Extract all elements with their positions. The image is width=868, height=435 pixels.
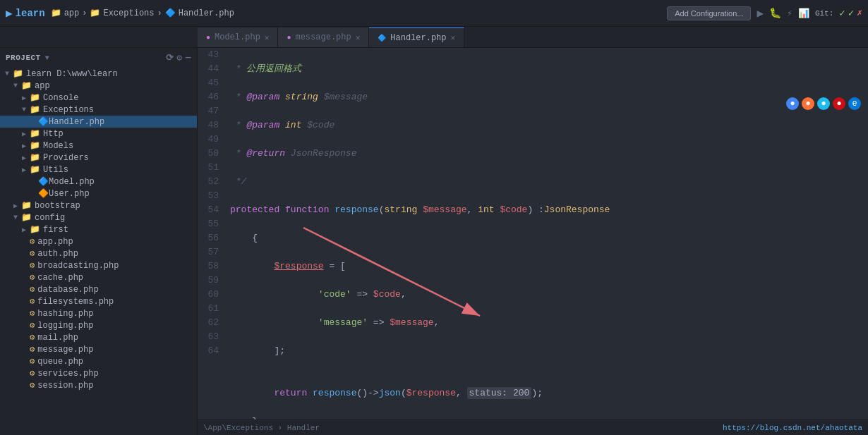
tree-item-models[interactable]: ▶ 📁 Models: [0, 140, 197, 152]
tree-item-bootstrap[interactable]: ▶ 📁 bootstrap: [0, 200, 197, 212]
file-icon-session: ⚙: [30, 380, 35, 391]
file-icon-queue: ⚙: [30, 356, 35, 367]
tree-item-http[interactable]: ▶ 📁 Http: [0, 128, 197, 140]
tab-icon-handler: 🔷: [378, 34, 386, 42]
tab-handler-php[interactable]: 🔷 Handler.php ✕: [369, 27, 464, 47]
folder-icon: 📁: [13, 68, 23, 79]
expand-arrow: ▼: [11, 82, 20, 90]
file-icon-broadcasting: ⚙: [30, 260, 35, 271]
tab-bar: ● Model.php ✕ ● message.php ✕ 🔷 Handler.…: [0, 27, 868, 48]
folder-icon: 📁: [30, 128, 40, 139]
tab-close-message[interactable]: ✕: [356, 33, 361, 42]
tab-close-handler[interactable]: ✕: [451, 33, 456, 42]
folder-icon: 📁: [30, 140, 40, 151]
tree-item-cache-php[interactable]: ⚙ cache.php: [0, 271, 197, 283]
tree-item-queue-php[interactable]: ⚙ queue.php: [0, 355, 197, 367]
code-editor[interactable]: ● ● ● ● e 43 44 45 46 47 48 49 50 51 52 …: [198, 48, 868, 435]
folder-icon: 📁: [30, 224, 40, 235]
folder-icon: 📁: [30, 92, 40, 103]
code-content[interactable]: * 公用返回格式 * @param string $message * @par…: [224, 48, 868, 435]
folder-icon: 📁: [30, 152, 40, 163]
expand-arrow: ▶: [20, 154, 28, 162]
add-configuration-button[interactable]: Add Configuration...: [667, 6, 751, 20]
file-icon-logging: ⚙: [30, 320, 35, 331]
expand-arrow: ▶: [20, 226, 28, 234]
toolbar-right: Add Configuration... ▶ 🐛 ⚡ 📊 Git: ✓ ✓ ✗: [667, 6, 862, 20]
tree-item-app-php[interactable]: ⚙ app.php: [0, 235, 197, 247]
git-check-icon2: ✓: [848, 7, 854, 19]
folder-icon: 📁: [30, 164, 40, 175]
browser-icons: ● ● ● ● e: [786, 97, 861, 110]
tree-item-broadcasting-php[interactable]: ⚙ broadcasting.php: [0, 259, 197, 271]
main-area: Project ▼ ⟳ ⚙ — ▼ 📁 learn D:\www\learn ▼…: [0, 48, 868, 435]
tree-item-app[interactable]: ▼ 📁 app: [0, 80, 197, 92]
toolbar-breadcrumb: 📁 app › 📁 Exceptions › 🔷 Handler.php: [51, 8, 234, 18]
sidebar-minimize-icon[interactable]: —: [186, 52, 191, 63]
tree-item-hashing-php[interactable]: ⚙ hashing.php: [0, 307, 197, 319]
file-icon-model: 🔷: [38, 176, 49, 187]
file-icon-services: ⚙: [30, 368, 35, 379]
file-icon-cache: ⚙: [30, 272, 35, 283]
tree-item-logging-php[interactable]: ⚙ logging.php: [0, 319, 197, 331]
blog-url: https://blog.csdn.net/ahaotata: [723, 424, 862, 432]
expand-arrow: ▶: [20, 130, 28, 138]
sidebar: Project ▼ ⟳ ⚙ — ▼ 📁 learn D:\www\learn ▼…: [0, 48, 198, 435]
git-check-icon: ✓: [839, 7, 845, 19]
editor-content: 43 44 45 46 47 48 49 50 51 52 53 54 55 5…: [198, 48, 868, 435]
file-icon-message: ⚙: [30, 344, 35, 355]
tree-item-first[interactable]: ▶ 📁 first: [0, 223, 197, 235]
tab-message-php[interactable]: ● message.php ✕: [278, 27, 369, 47]
expand-arrow: ▼: [11, 214, 20, 221]
sidebar-gear-icon[interactable]: ⚙: [176, 52, 182, 63]
expand-arrow: ▶: [11, 202, 20, 210]
tree-item-session-php[interactable]: ⚙ session.php: [0, 379, 197, 391]
tree-item-database-php[interactable]: ⚙ database.php: [0, 283, 197, 295]
edge-icon: e: [848, 97, 861, 110]
status-bar: \App\Exceptions › Handler https://blog.c…: [198, 419, 868, 435]
coverage-icon: ⚡: [787, 8, 792, 19]
tree-item-message-php[interactable]: ⚙ message.php: [0, 343, 197, 355]
tab-icon-model: ●: [206, 34, 210, 42]
file-icon-database: ⚙: [30, 284, 35, 295]
tree-item-providers[interactable]: ▶ 📁 Providers: [0, 152, 197, 164]
folder-icon: 📁: [30, 104, 40, 115]
profile-icon: 📊: [798, 8, 809, 19]
tree-item-console[interactable]: ▶ 📁 Console: [0, 92, 197, 104]
file-icon-handler: 🔷: [38, 116, 49, 127]
sidebar-sync-icon[interactable]: ⟳: [166, 52, 174, 63]
git-icons: ✓ ✓ ✗: [839, 7, 862, 19]
file-icon-app: ⚙: [30, 236, 35, 247]
tree-item-config[interactable]: ▼ 📁 config: [0, 212, 197, 223]
tree-item-auth-php[interactable]: ⚙ auth.php: [0, 247, 197, 259]
tab-icon-message: ●: [287, 34, 291, 42]
folder-icon: 📁: [21, 80, 32, 91]
tab-close-model[interactable]: ✕: [265, 33, 270, 42]
git-x-icon: ✗: [857, 7, 862, 19]
tree-item-filesystems-php[interactable]: ⚙ filesystems.php: [0, 295, 197, 307]
debug-icon[interactable]: 🐛: [769, 7, 781, 19]
app-logo: ▶ learn: [6, 6, 45, 20]
tree-item-services-php[interactable]: ⚙ services.php: [0, 367, 197, 379]
file-icon-hashing: ⚙: [30, 308, 35, 319]
tree-item-exceptions[interactable]: ▼ 📁 Exceptions: [0, 104, 197, 116]
expand-arrow: ▼: [20, 106, 28, 114]
tree-item-handler[interactable]: 🔷 Handler.php: [0, 116, 197, 128]
toolbar: ▶ learn 📁 app › 📁 Exceptions › 🔷 Handler…: [0, 0, 868, 27]
folder-icon: 📁: [21, 212, 32, 223]
file-icon-mail: ⚙: [30, 332, 35, 343]
run-icon[interactable]: ▶: [757, 6, 764, 20]
file-icon-user: 🔶: [38, 188, 49, 199]
tree-item-utils[interactable]: ▶ 📁 Utils: [0, 164, 197, 176]
expand-arrow: ▶: [20, 94, 28, 102]
breadcrumb-path: \App\Exceptions › Handler: [203, 424, 320, 432]
tree-item-user-php[interactable]: 🔶 User.php: [0, 188, 197, 200]
tree-item-mail-php[interactable]: ⚙ mail.php: [0, 331, 197, 343]
expand-arrow: ▶: [20, 142, 28, 150]
tab-model-php[interactable]: ● Model.php ✕: [198, 27, 278, 47]
tree-root[interactable]: ▼ 📁 learn D:\www\learn: [0, 68, 197, 80]
file-tree: ▼ 📁 learn D:\www\learn ▼ 📁 app ▶ 📁 Conso…: [0, 68, 197, 391]
file-icon-auth: ⚙: [30, 248, 35, 259]
tree-item-model-php[interactable]: 🔷 Model.php: [0, 176, 197, 188]
line-numbers: 43 44 45 46 47 48 49 50 51 52 53 54 55 5…: [198, 48, 224, 435]
chrome-icon: ●: [786, 97, 799, 110]
